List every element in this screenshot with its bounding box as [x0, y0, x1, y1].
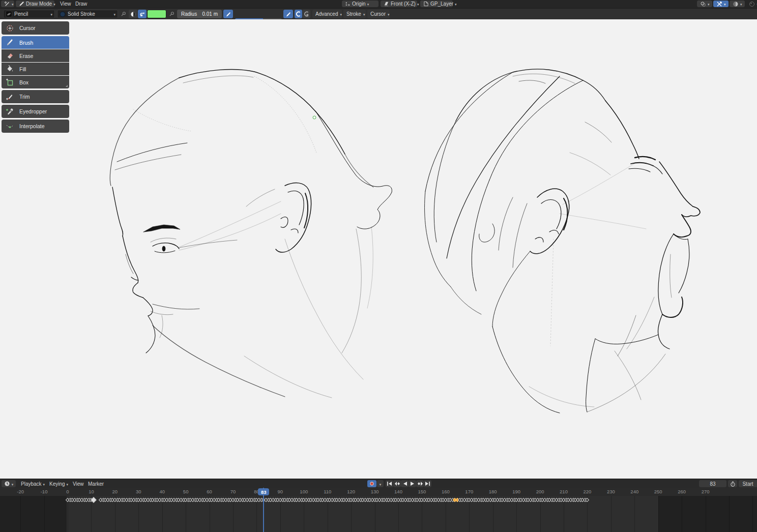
ruler-tick-label: 180	[489, 489, 497, 494]
grease-pencil-sketch	[0, 19, 757, 479]
ruler-tick-label: 100	[300, 489, 308, 494]
clock-icon	[4, 481, 10, 487]
pin-icon	[121, 11, 126, 17]
tool-box[interactable]: Box	[2, 76, 69, 88]
play-reverse-icon	[402, 481, 407, 486]
vertex-color-mode-toggle[interactable]	[138, 10, 147, 18]
chevron-down-icon: ▾	[53, 3, 55, 6]
auto-keying-toggle[interactable]	[367, 480, 376, 487]
gridline	[20, 496, 21, 532]
tool-label: Fill	[19, 66, 26, 72]
playhead-frame-badge[interactable]: 83	[258, 488, 269, 495]
menu-marker[interactable]: Marker	[85, 480, 106, 487]
next-keyframe-button[interactable]	[416, 480, 424, 487]
jump-to-start-button[interactable]	[386, 480, 393, 487]
tool-trim[interactable]: Trim	[2, 90, 69, 103]
radius-slider[interactable]: Radius 0.01 m	[177, 10, 222, 18]
stroke-dropdown[interactable]: Stroke ▾	[343, 10, 366, 18]
chevron-down-icon: ▾	[724, 3, 726, 6]
overlays-dropdown[interactable]: ▾	[697, 1, 712, 7]
ruler-tick-label: 110	[324, 489, 331, 494]
editor-type-selector[interactable]: ▾	[1, 1, 14, 7]
frame-start-field[interactable]: Start	[739, 480, 757, 487]
menu-keying[interactable]: Keying ▾	[47, 480, 71, 487]
material-mode-toggle[interactable]	[129, 10, 137, 18]
shading-rendered-button[interactable]: ▾	[746, 1, 757, 7]
stopwatch-icon	[730, 481, 736, 487]
jump-start-icon	[387, 481, 392, 486]
chevron-down-icon: ▾	[367, 3, 369, 6]
material-selector[interactable]: Solid Stroke ▾	[57, 10, 118, 18]
use-preview-range-toggle[interactable]	[728, 480, 737, 487]
ruler-tick-label: 160	[442, 489, 450, 494]
timeline-channel-area[interactable]	[0, 496, 757, 532]
gizmo-toggle[interactable]: ▾	[713, 1, 729, 7]
brush-preview-icon	[6, 11, 12, 17]
pin-color-button[interactable]	[167, 10, 176, 18]
frame-start-label: Start	[742, 481, 753, 487]
advanced-dropdown[interactable]: Advanced ▾	[312, 10, 342, 18]
ruler-tick-label: 50	[183, 489, 189, 494]
cursor-dropdown[interactable]: Cursor ▾	[367, 10, 390, 18]
topbar: ▾ Draw Mode ▾ View Draw Origin ▾ Front (…	[0, 0, 757, 8]
chevron-down-icon: ▾	[388, 13, 390, 16]
play-button[interactable]	[409, 480, 416, 487]
ruler-tick-label: -20	[17, 489, 24, 494]
play-icon	[410, 481, 415, 486]
menu-view-timeline[interactable]: View	[70, 480, 86, 487]
timeline-ruler[interactable]: -20-100102030405060708090100110120130140…	[0, 488, 757, 496]
ruler-tick-label: 130	[371, 489, 379, 494]
stroke-postprocess-toggle[interactable]	[303, 10, 310, 18]
tool-fill[interactable]: Fill	[2, 63, 69, 75]
gridline	[752, 496, 753, 532]
ruler-tick-label: 0	[66, 489, 69, 494]
postprocess-icon	[304, 11, 309, 17]
radius-pressure-toggle[interactable]	[223, 10, 233, 18]
ruler-tick-label: 210	[560, 489, 568, 494]
ruler-tick-label: 250	[654, 489, 662, 494]
viewport-canvas[interactable]	[0, 19, 757, 479]
drawing-plane-dropdown[interactable]: Front (X-Z) ▾	[381, 1, 417, 7]
next-keyframe-icon	[417, 481, 423, 486]
ruler-tick-label: 60	[207, 489, 212, 494]
transform-orientation-dropdown[interactable]: Origin ▾	[342, 1, 379, 7]
strength-pressure-toggle[interactable]	[283, 10, 293, 18]
menu-draw[interactable]: Draw	[72, 1, 90, 7]
interpolate-icon	[6, 122, 14, 131]
ruler-tick-label: 240	[630, 489, 638, 494]
tool-cursor[interactable]: Cursor	[2, 21, 69, 35]
jump-to-end-button[interactable]	[424, 480, 431, 487]
stroke-stabilizer-toggle[interactable]	[295, 10, 302, 18]
brush-icon	[6, 38, 14, 47]
chevron-down-icon: ▾	[740, 3, 742, 6]
current-frame-value: 83	[710, 481, 715, 487]
orientation-icon	[345, 1, 351, 7]
vertex-color-swatch[interactable]	[147, 10, 166, 18]
gridline	[682, 496, 682, 532]
chevron-down-icon: ▾	[708, 3, 710, 6]
erase-icon	[6, 51, 14, 60]
chevron-down-icon: ▾	[363, 13, 365, 16]
tool-interpolate[interactable]: Interpolate	[2, 120, 69, 133]
menu-view[interactable]: View	[57, 1, 74, 7]
overlays-icon	[700, 1, 706, 7]
layer-dropdown[interactable]: GP_Layer ▾	[420, 1, 453, 7]
tool-erase[interactable]: Erase	[2, 49, 69, 62]
current-frame-field[interactable]: 83	[699, 480, 726, 487]
draw-cursor-indicator	[313, 116, 316, 120]
play-reverse-button[interactable]	[401, 480, 409, 487]
timeline-editor-type-selector[interactable]: ▾	[2, 480, 16, 487]
gridline	[611, 496, 612, 532]
tool-eyedropper[interactable]: Eyedropper	[2, 105, 69, 118]
tool-brush[interactable]: Brush	[2, 36, 69, 49]
brush-selector[interactable]: Pencil ▾	[3, 10, 55, 18]
menu-playback[interactable]: Playback ▾	[18, 480, 47, 487]
mode-selector[interactable]: Draw Mode ▾	[16, 1, 54, 7]
chevron-down-icon: ▾	[340, 13, 342, 16]
auto-keying-dropdown[interactable]: ▾	[377, 480, 384, 487]
pin-material-button[interactable]	[119, 10, 127, 18]
prev-keyframe-button[interactable]	[393, 480, 401, 487]
shading-solid-button[interactable]: ▾	[730, 1, 745, 7]
drawing-plane-icon	[384, 1, 389, 7]
chevron-down-icon: ▾	[50, 13, 52, 16]
